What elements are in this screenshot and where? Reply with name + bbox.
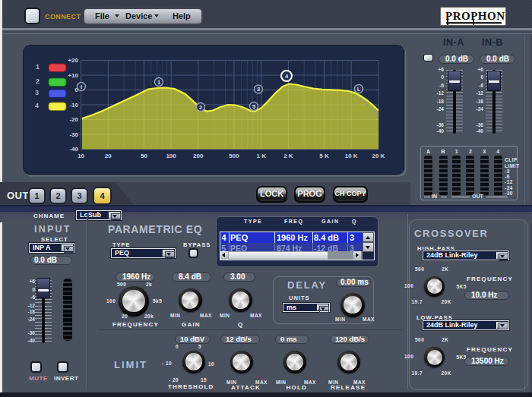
svg-text:+10: +10 [68, 72, 78, 79]
svg-text:3: 3 [257, 86, 260, 93]
svg-text:5 K: 5 K [319, 153, 329, 159]
svg-text:+20: +20 [68, 57, 78, 64]
svg-text:2: 2 [199, 104, 202, 111]
svg-text:1: 1 [157, 79, 160, 86]
svg-text:100: 100 [166, 153, 176, 159]
svg-text:1: 1 [36, 63, 40, 71]
svg-text:20 K: 20 K [372, 153, 385, 159]
svg-text:-10: -10 [69, 102, 78, 109]
svg-text:10: 10 [78, 153, 84, 159]
svg-text:3: 3 [35, 89, 39, 96]
svg-text:5: 5 [252, 103, 255, 110]
svg-text:200: 200 [193, 153, 204, 159]
svg-text:-30: -30 [69, 131, 78, 138]
svg-text:20: 20 [105, 153, 112, 159]
svg-text:50: 50 [141, 153, 147, 159]
svg-text:1 K: 1 K [256, 153, 266, 159]
svg-text:10 K: 10 K [345, 153, 358, 159]
svg-text:-20: -20 [69, 116, 78, 123]
svg-text:I: I [81, 83, 82, 90]
svg-text:500: 500 [229, 153, 239, 159]
svg-text:2: 2 [36, 77, 40, 85]
svg-text:2 K: 2 K [283, 153, 293, 159]
svg-text:4: 4 [35, 102, 39, 109]
svg-text:L: L [357, 86, 361, 93]
